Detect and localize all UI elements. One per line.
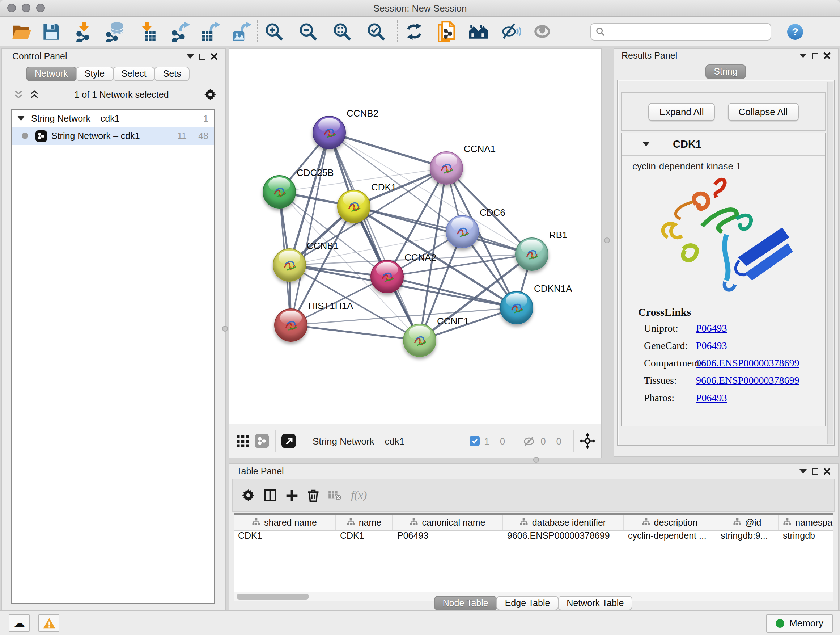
cloud-status-button[interactable]: ☁ (9, 614, 30, 632)
network-collection-row[interactable]: String Network – cdk1 1 (11, 110, 214, 127)
show-all-views-button[interactable] (468, 21, 489, 42)
delete-column-trash-icon[interactable] (307, 488, 320, 502)
float-panel-icon[interactable] (799, 54, 807, 58)
column-header--id[interactable]: @id (716, 515, 778, 530)
crosslink-link[interactable]: P06493 (696, 393, 727, 404)
crosslink-link[interactable]: P06493 (696, 340, 727, 352)
table-cell[interactable]: CDK1 (234, 531, 336, 545)
maximize-panel-icon[interactable] (812, 468, 818, 475)
import-table-button[interactable] (138, 21, 158, 42)
show-columns-icon[interactable] (264, 489, 277, 502)
network-node-ccnb2[interactable] (313, 116, 346, 149)
zoom-selected-button[interactable] (366, 21, 386, 42)
network-canvas[interactable]: CCNB2CCNA1CDC25BCDK1CDC6RB1CCNB1CCNA2CDK… (229, 49, 601, 424)
table-row[interactable]: CDK1CDK1P064939606.ENSP00000378699cyclin… (234, 531, 834, 545)
import-network-button[interactable] (74, 21, 93, 42)
column-header-shared-name[interactable]: shared name (234, 515, 336, 530)
network-node-ccna1[interactable] (430, 151, 463, 185)
toolbar-separator (164, 20, 165, 43)
network-node-cdkn1a[interactable] (500, 291, 533, 325)
right-splitter-handle[interactable] (604, 238, 610, 243)
network-node-ccnb1[interactable] (273, 249, 306, 282)
import-network-from-database-button[interactable] (105, 21, 125, 42)
results-scrollbar[interactable] (827, 82, 833, 444)
column-header-namespac[interactable]: namespac (778, 515, 834, 530)
section-expander-icon[interactable] (643, 142, 650, 146)
crosslink-link[interactable]: P06493 (696, 323, 727, 334)
open-session-button[interactable] (11, 21, 32, 42)
column-header-canonical-name[interactable]: canonical name (393, 515, 503, 530)
navigator-crosshair-icon[interactable] (579, 433, 595, 449)
collapse-all-tree-icon[interactable] (14, 90, 23, 99)
network-edge[interactable] (291, 133, 329, 325)
show-hidden-button[interactable] (532, 21, 553, 42)
tree-expander-icon[interactable] (17, 116, 25, 121)
export-network-button[interactable] (171, 21, 190, 42)
tab-string[interactable]: String (705, 65, 746, 79)
apply-style-button[interactable] (404, 21, 424, 42)
selected-checkbox-icon[interactable] (470, 436, 480, 446)
gear-icon[interactable] (204, 88, 216, 101)
network-node-cdk1[interactable] (337, 190, 370, 223)
table-cell[interactable]: P06493 (393, 531, 503, 545)
network-node-ccna2[interactable] (370, 260, 404, 293)
bottom-splitter-handle[interactable] (533, 457, 539, 463)
clone-network-button[interactable] (437, 21, 456, 42)
search-input[interactable] (608, 26, 766, 37)
network-node-rb1[interactable] (515, 238, 548, 271)
column-header-name[interactable]: name (336, 515, 393, 530)
zoom-in-button[interactable] (264, 21, 284, 42)
tab-select[interactable]: Select (112, 67, 155, 81)
table-options-gear-icon[interactable] (242, 489, 255, 502)
zoom-out-button[interactable] (298, 21, 317, 42)
string-view-icon[interactable] (255, 434, 269, 448)
hide-selected-button[interactable] (501, 21, 521, 42)
tab-style[interactable]: Style (76, 67, 114, 81)
crosslink-link[interactable]: 9606.ENSP00000378699 (696, 375, 799, 386)
column-header-description[interactable]: description (624, 515, 716, 530)
export-table-button[interactable] (201, 21, 220, 42)
zoom-fit-button[interactable] (332, 21, 352, 42)
save-session-button[interactable] (42, 21, 61, 42)
maximize-panel-icon[interactable] (812, 52, 818, 59)
close-panel-icon[interactable] (823, 468, 831, 475)
expand-all-tree-icon[interactable] (30, 90, 39, 99)
tab-sets[interactable]: Sets (155, 67, 190, 81)
left-splitter-handle[interactable] (222, 326, 228, 332)
network-node-cdc25b[interactable] (263, 175, 296, 209)
collapse-all-button[interactable]: Collapse All (728, 103, 799, 120)
help-button[interactable]: ? (787, 24, 803, 40)
close-panel-icon[interactable] (823, 52, 831, 59)
close-panel-icon[interactable] (210, 53, 218, 60)
network-node-hist1h1a[interactable] (274, 309, 308, 342)
tab-node-table[interactable]: Node Table (434, 596, 497, 610)
table-cell[interactable]: 9606.ENSP00000378699 (503, 531, 624, 545)
export-image-button[interactable] (232, 21, 251, 42)
tab-network-table[interactable]: Network Table (558, 596, 632, 610)
detach-view-icon[interactable] (281, 434, 296, 448)
tab-network[interactable]: Network (26, 67, 77, 81)
network-edge[interactable] (329, 133, 447, 168)
network-node-ccne1[interactable] (403, 324, 436, 357)
gene-section-header[interactable]: CDK1 (622, 133, 825, 156)
network-node-cdc6[interactable] (446, 215, 479, 249)
table-cell[interactable]: stringdb:9... (716, 531, 778, 545)
crosslink-link[interactable]: 9606.ENSP00000378699 (696, 358, 799, 369)
table-cell[interactable]: CDK1 (336, 531, 393, 545)
maximize-panel-icon[interactable] (199, 53, 205, 60)
expand-all-button[interactable]: Expand All (649, 103, 715, 120)
table-cell[interactable]: stringdb (778, 531, 834, 545)
float-panel-icon[interactable] (187, 54, 194, 59)
create-column-plus-icon[interactable] (286, 489, 298, 501)
warnings-button[interactable] (38, 614, 59, 632)
table-cell[interactable]: cyclin-dependent ... (624, 531, 716, 545)
memory-button[interactable]: Memory (766, 614, 833, 632)
grid-view-icon[interactable] (237, 435, 249, 447)
column-header-database-identifier[interactable]: database identifier (503, 515, 624, 530)
float-panel-icon[interactable] (799, 469, 807, 473)
crosslink-row: Pharos:P06493 (644, 393, 825, 404)
network-row[interactable]: String Network – cdk1 11 48 (11, 127, 214, 145)
network-tree: String Network – cdk1 1 String Network –… (11, 109, 215, 604)
tab-edge-table[interactable]: Edge Table (496, 596, 559, 610)
network-edge[interactable] (291, 325, 420, 340)
